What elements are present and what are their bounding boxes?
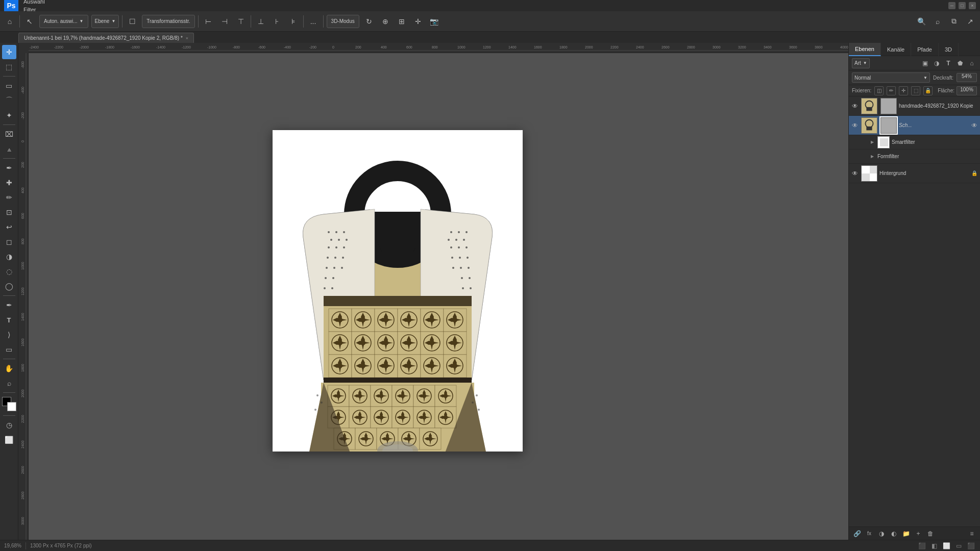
maximize-btn[interactable]: □ <box>959 2 966 9</box>
align-center-h-icon[interactable]: ⊣ <box>218 15 231 28</box>
close-btn[interactable]: × <box>969 2 976 9</box>
minimize-btn[interactable]: ─ <box>948 2 955 9</box>
align-right-icon[interactable]: ⊤ <box>234 15 248 28</box>
pan-icon[interactable]: ✛ <box>411 15 425 28</box>
layer-item-1[interactable]: 👁 handmade-4926872_1920 Kopie <box>849 96 980 116</box>
lock-artboard-btn[interactable]: ⬚ <box>911 86 920 95</box>
orbit-icon[interactable]: ⊕ <box>379 15 392 28</box>
layer-vis-3[interactable]: 👁 <box>851 169 859 178</box>
blend-mode-dropdown[interactable]: Normal ▼ <box>852 72 930 83</box>
share-icon[interactable]: ↗ <box>964 15 977 28</box>
canvas-content[interactable] <box>29 53 848 529</box>
tool-gradient[interactable]: ◑ <box>2 249 16 264</box>
tool-heal[interactable]: ✚ <box>2 176 16 190</box>
tool-eyedropper[interactable]: ✒ <box>2 161 16 175</box>
tool-dodge[interactable]: ◯ <box>2 279 16 293</box>
status-icon-4[interactable]: ▭ <box>953 541 964 551</box>
delete-layer-btn[interactable]: 🗑 <box>925 529 936 539</box>
filter-type-dropdown[interactable]: Art ▼ <box>852 58 870 68</box>
status-icon-1[interactable]: ⬛ <box>917 541 927 551</box>
tool-slice[interactable]: ⟁ <box>2 142 16 156</box>
workspace-icon[interactable]: ⧉ <box>947 15 961 28</box>
canvas-area[interactable]: -2400 -2200 -2000 -1800 -1600 -1400 -120… <box>18 43 848 540</box>
opacity-input[interactable]: 54% <box>957 73 977 82</box>
tab-pfade[interactable]: Pfade <box>911 43 939 56</box>
filter-shape-icon[interactable]: ⬟ <box>955 58 965 68</box>
filter-adjust-icon[interactable]: ◑ <box>932 58 942 68</box>
tool-brush[interactable]: ✏ <box>2 190 16 205</box>
align-top-icon[interactable]: ⊥ <box>254 15 267 28</box>
align-middle-v-icon[interactable]: ⊦ <box>271 15 284 28</box>
home-btn[interactable]: ⌂ <box>3 15 16 28</box>
link-layers-btn[interactable]: 🔗 <box>852 529 862 539</box>
more-tools-btn[interactable]: ... <box>307 15 320 28</box>
sub-layer-smartfilter[interactable]: ▶ Smartfilter <box>849 135 980 149</box>
fill-input[interactable]: 100% <box>957 86 977 95</box>
layer-item-3[interactable]: 👁 Hintergrund 🔒 <box>849 164 980 183</box>
tool-path-select[interactable]: ⟩ <box>2 328 16 342</box>
filter-text-icon[interactable]: T <box>943 58 953 68</box>
add-mask-btn[interactable]: ◑ <box>876 529 887 539</box>
add-layer-btn[interactable]: + <box>913 529 923 539</box>
tool-crop[interactable]: ⌧ <box>2 127 16 141</box>
layer-dropdown[interactable]: Ebene ▼ <box>91 15 119 28</box>
rotate-icon[interactable]: ↻ <box>362 15 376 28</box>
tab-ebenen[interactable]: Ebenen <box>849 43 881 56</box>
tool-hand[interactable]: ✋ <box>2 361 16 375</box>
lock-transparent-btn[interactable]: ◫ <box>874 86 884 95</box>
status-icon-3[interactable]: ⬜ <box>941 541 951 551</box>
tool-lasso[interactable]: ⌒ <box>2 93 16 108</box>
search-panel-icon[interactable]: 🔍 <box>915 15 928 28</box>
tool-zoom[interactable]: ⌕ <box>2 376 16 390</box>
tool-pointer[interactable]: ↖ <box>23 15 36 28</box>
sub-layer-formfilter[interactable]: ▶ Formfilter <box>849 149 980 164</box>
document-tab[interactable]: Unbenannt-1 bei 19,7% (handmade-4926872_… <box>18 33 194 43</box>
svg-text:-1600: -1600 <box>131 45 140 49</box>
background-color[interactable] <box>7 402 16 411</box>
tool-move[interactable]: ✛ <box>2 45 16 59</box>
smartfilter-collapse[interactable]: ▶ <box>869 139 875 145</box>
filter-smart-icon[interactable]: ⌂ <box>967 58 977 68</box>
tool-artboard[interactable]: ⬚ <box>2 60 16 74</box>
transform-btn[interactable]: Transformationsstr. <box>142 15 194 28</box>
lock-pixels-btn[interactable]: ✏ <box>887 86 896 95</box>
color-swatches[interactable] <box>2 397 16 411</box>
lock-all-btn[interactable]: 🔒 <box>923 86 933 95</box>
search-icon[interactable]: ⌕ <box>931 15 944 28</box>
tool-quick-mask[interactable]: ◷ <box>2 418 16 432</box>
tool-clone[interactable]: ⊡ <box>2 205 16 219</box>
tool-history-brush[interactable]: ↩ <box>2 220 16 234</box>
panel-options-btn[interactable]: ≡ <box>967 529 977 539</box>
align-left-icon[interactable]: ⊢ <box>202 15 215 28</box>
camera-icon[interactable]: 📷 <box>428 15 441 28</box>
layer-item-2[interactable]: 👁 Sch... <box>849 116 980 135</box>
tool-magic-wand[interactable]: ✦ <box>2 108 16 122</box>
add-adjustment-btn[interactable]: ◐ <box>889 529 899 539</box>
status-icon-5[interactable]: ⬛ <box>966 541 976 551</box>
align-bottom-icon[interactable]: ⊧ <box>287 15 300 28</box>
layer-vis-2[interactable]: 👁 <box>851 121 859 130</box>
menu-item-auswahl[interactable]: Auswahl <box>19 0 55 6</box>
add-group-btn[interactable]: 📁 <box>901 529 911 539</box>
tool-blur[interactable]: ◌ <box>2 264 16 279</box>
tool-eraser[interactable]: ◻ <box>2 235 16 249</box>
3d-mode-btn[interactable]: 3D-Modus <box>327 15 359 28</box>
tool-text[interactable]: T <box>2 313 16 327</box>
tab-kanaele[interactable]: Kanäle <box>881 43 911 56</box>
layer-vis-1[interactable]: 👁 <box>851 102 859 110</box>
filter-pixel-icon[interactable]: ▣ <box>920 58 930 68</box>
zoom3d-icon[interactable]: ⊞ <box>395 15 408 28</box>
lock-position-btn[interactable]: ✛ <box>899 86 908 95</box>
tool-screen-mode[interactable]: ⬜ <box>2 433 16 447</box>
tab-close-btn[interactable]: × <box>186 36 188 41</box>
formfilter-collapse[interactable]: ▶ <box>869 154 875 160</box>
tool-marquee[interactable]: ▭ <box>2 79 16 93</box>
status-icon-2[interactable]: ◧ <box>929 541 939 551</box>
layer-eye-icon-2[interactable]: 👁 <box>971 122 978 129</box>
add-fx-btn[interactable]: fx <box>864 529 874 539</box>
tool-pen[interactable]: ✒ <box>2 298 16 312</box>
tool-shape[interactable]: ▭ <box>2 342 16 357</box>
tab-3d[interactable]: 3D <box>939 43 959 56</box>
checkbox-icon[interactable]: ☐ <box>126 15 139 28</box>
auto-select-btn[interactable]: Auton. auswi... ▼ <box>39 15 88 28</box>
